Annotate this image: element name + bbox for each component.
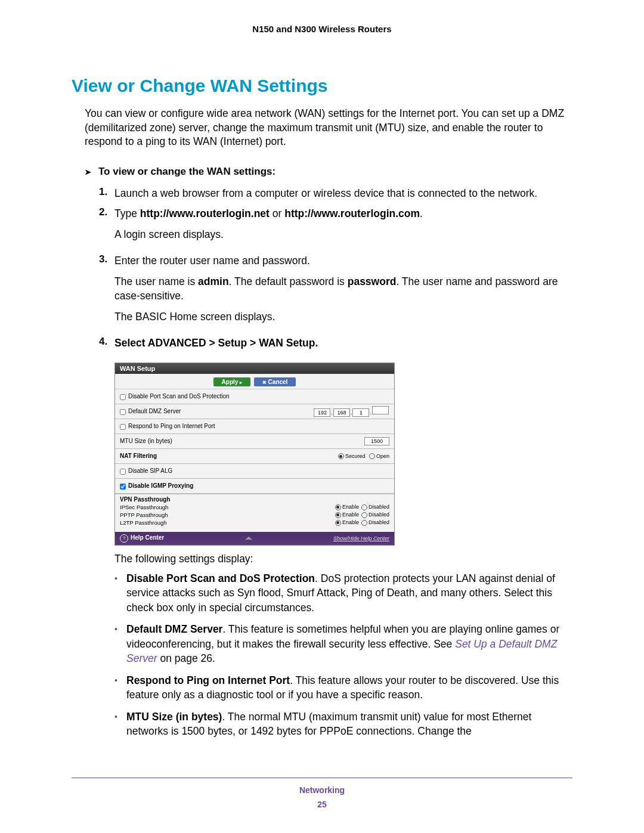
pptp-radio-group[interactable]: EnableDisabled <box>333 512 389 518</box>
task-heading: ➤To view or change the WAN settings: <box>85 166 572 178</box>
sip-checkbox[interactable] <box>120 469 126 475</box>
vpn-header: VPN Passthrough <box>115 494 394 503</box>
step-number: 3. <box>99 253 114 330</box>
portscan-checkbox[interactable] <box>120 394 126 400</box>
step-number: 2. <box>99 206 114 247</box>
ping-checkbox[interactable] <box>120 424 126 430</box>
nat-radio-group[interactable]: Secured Open <box>336 453 389 460</box>
ipsec-radio-group[interactable]: EnableDisabled <box>333 504 389 510</box>
nat-open-radio[interactable] <box>369 453 375 459</box>
wan-title-bar: WAN Setup <box>115 363 394 374</box>
portscan-row: Disable Port Scan and DoS Protection <box>120 393 230 400</box>
dmz-row: Default DMZ Server <box>120 408 181 414</box>
main-heading: View or Change WAN Settings <box>72 76 572 96</box>
wan-setup-screenshot: WAN Setup Apply Cancel Disable Port Scan… <box>114 363 395 546</box>
ipsec-label: IPSec Passthrough <box>120 504 168 510</box>
l2tp-label: L2TP Passthrough <box>120 519 167 526</box>
step-3b-text: The user name is admin. The default pass… <box>114 274 572 304</box>
task-heading-text: To view or change the WAN settings: <box>98 166 275 177</box>
intro-paragraph: You can view or configure wide area netw… <box>85 107 572 149</box>
help-icon: ? <box>120 534 128 543</box>
footer-section: Networking <box>72 785 572 795</box>
nat-secured-radio[interactable] <box>338 453 344 459</box>
step-2-note: A login screen displays. <box>114 227 572 242</box>
settings-intro: The following settings display: <box>114 553 572 565</box>
bullet-icon: • <box>114 622 126 666</box>
step-1-text: Launch a web browser from a computer or … <box>114 186 572 201</box>
cancel-button[interactable]: Cancel <box>254 377 296 386</box>
dmz-checkbox[interactable] <box>120 409 126 415</box>
chevron-right-icon: ➤ <box>85 168 91 176</box>
footer-page-number: 25 <box>72 800 572 809</box>
help-center-bar[interactable]: ?Help Center Show/Hide Help Center <box>115 532 394 545</box>
nat-label: NAT Filtering <box>120 453 157 459</box>
bullet-icon: • <box>114 571 126 615</box>
bullet-2: Default DMZ Server. This feature is some… <box>126 622 572 666</box>
bullet-4: MTU Size (in bytes). The normal MTU (max… <box>126 710 572 739</box>
bullet-icon: • <box>114 710 126 739</box>
page-header: N150 and N300 Wireless Routers <box>72 24 572 34</box>
igmp-row: Disable IGMP Proxying <box>120 482 193 489</box>
mtu-label: MTU Size (in bytes) <box>120 438 172 444</box>
step-4-text: Select ADVANCED > Setup > WAN Setup. <box>114 336 572 351</box>
apply-button[interactable]: Apply <box>213 377 250 386</box>
step-3a-text: Enter the router user name and password. <box>114 253 572 268</box>
footer-divider <box>72 778 572 778</box>
pptp-label: PPTP Passthrough <box>120 512 168 518</box>
mtu-input[interactable]: 1500 <box>364 437 389 445</box>
step-3c-text: The BASIC Home screen displays. <box>114 309 572 324</box>
igmp-checkbox[interactable] <box>120 484 126 490</box>
ping-row: Respond to Ping on Internet Port <box>120 423 215 429</box>
step-2-text: Type http://www.routerlogin.net or http:… <box>114 206 572 221</box>
bullet-3: Respond to Ping on Internet Port. This f… <box>126 673 572 702</box>
bullet-icon: • <box>114 673 126 702</box>
bullet-1: Disable Port Scan and DoS Protection. Do… <box>126 571 572 615</box>
step-number: 4. <box>99 336 114 357</box>
help-toggle-link[interactable]: Show/Hide Help Center <box>333 535 389 541</box>
sip-row: Disable SIP ALG <box>120 467 172 474</box>
expand-icon[interactable] <box>245 537 252 540</box>
dmz-ip-fields[interactable]: 192.168.1. <box>313 406 389 417</box>
l2tp-radio-group[interactable]: EnableDisabled <box>333 519 389 526</box>
step-number: 1. <box>99 186 114 201</box>
